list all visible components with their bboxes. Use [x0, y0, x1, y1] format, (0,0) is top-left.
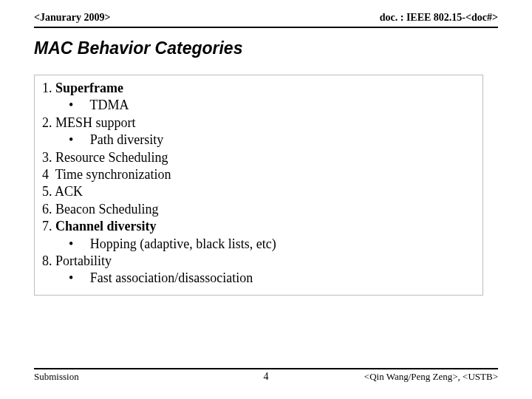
footer-rule [34, 368, 498, 369]
list-item: 2. MESH support [42, 115, 475, 132]
list-subitem: • TDMA [42, 97, 475, 114]
list-subitem: • Path diversity [42, 132, 475, 149]
item-number: 1. [42, 81, 55, 95]
header-rule [34, 27, 498, 28]
list-item: 4 Time synchronization [42, 166, 475, 183]
content-box: 1. Superframe • TDMA 2. MESH support • P… [34, 75, 483, 296]
footer: 4 Submission <Qin Wang/Peng Zeng>, <USTB… [34, 368, 498, 383]
header-docref: doc. : IEEE 802.15-<doc#> [380, 12, 498, 24]
footer-row: 4 Submission <Qin Wang/Peng Zeng>, <USTB… [34, 371, 498, 383]
list-item: 5. ACK [42, 183, 475, 200]
list-item: 6. Beacon Scheduling [42, 201, 475, 218]
footer-left: Submission [34, 371, 79, 383]
list-item: 8. Portability [42, 253, 475, 270]
item-number: 7. [42, 219, 55, 233]
slide-page: <Janurary 2009> doc. : IEEE 802.15-<doc#… [0, 0, 532, 399]
header-row: <Janurary 2009> doc. : IEEE 802.15-<doc#… [34, 12, 498, 25]
list-item: 7. Channel diversity [42, 218, 475, 235]
list-subitem: • Hopping (adaptive, black lists, etc) [42, 236, 475, 253]
item-text-bold: Superframe [55, 81, 123, 95]
list-item: 1. Superframe [42, 80, 475, 97]
list-item: 3. Resource Scheduling [42, 149, 475, 166]
footer-author: <Qin Wang/Peng Zeng>, <USTB> [364, 371, 498, 383]
slide-title: MAC Behavior Categories [34, 38, 498, 58]
item-text-bold: Channel diversity [55, 219, 157, 233]
header-date: <Janurary 2009> [34, 12, 110, 24]
list-subitem: • Fast association/disassociation [42, 270, 475, 287]
